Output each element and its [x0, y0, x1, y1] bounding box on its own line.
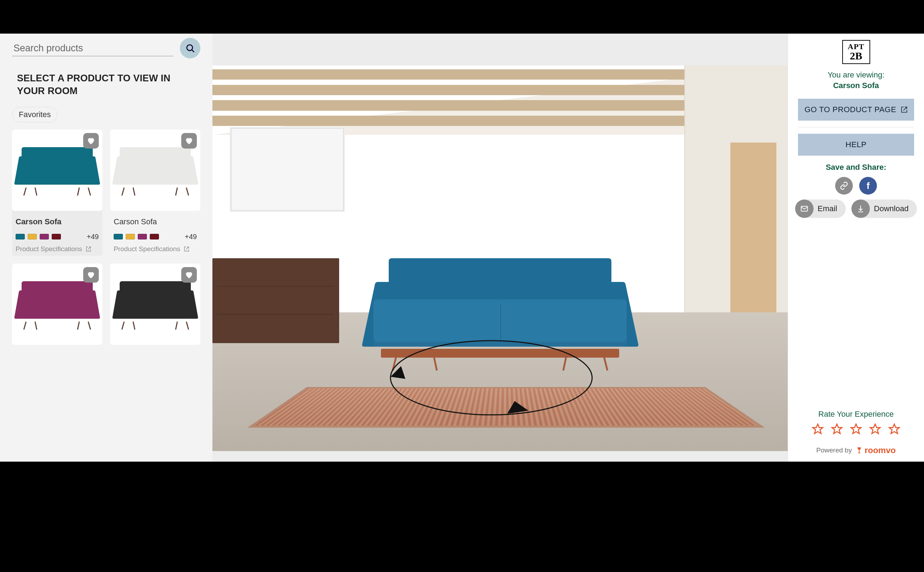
star-1[interactable]	[812, 423, 824, 436]
product-thumbnail[interactable]	[12, 264, 102, 345]
product-specifications-link[interactable]: Product Specifications	[110, 243, 200, 253]
color-swatch[interactable]	[126, 234, 135, 239]
roomvo-text: roomvo	[865, 445, 896, 455]
product-sidebar: SELECT A PRODUCT TO VIEW IN YOUR ROOM Fa…	[0, 34, 212, 462]
product-name: Carson Sofa	[110, 211, 200, 231]
powered-by: Powered by roomvo	[816, 445, 896, 455]
download-label: Download	[874, 204, 909, 213]
help-button[interactable]: HELP	[798, 134, 914, 155]
share-icons: f	[835, 177, 877, 194]
favorite-button[interactable]	[83, 267, 99, 283]
room-scene	[212, 65, 788, 451]
search-icon	[185, 43, 195, 53]
info-panel: APT 2B You are viewing: Carson Sofa GO T…	[788, 34, 924, 462]
go-to-product-page-label: GO TO PRODUCT PAGE	[804, 105, 896, 114]
external-link-icon	[86, 246, 91, 252]
facebook-icon: f	[866, 180, 870, 191]
product-thumbnail[interactable]	[12, 129, 102, 211]
color-swatch[interactable]	[52, 234, 61, 239]
roomvo-logo: roomvo	[855, 445, 896, 455]
color-swatch[interactable]	[16, 234, 25, 239]
product-card[interactable]: Carson Sofa+49Product Specifications	[110, 129, 200, 256]
favorites-chip[interactable]: Favorites	[12, 107, 58, 123]
share-title: Save and Share:	[826, 163, 886, 172]
download-icon	[856, 204, 865, 213]
svg-rect-12	[858, 452, 860, 453]
door	[730, 143, 776, 312]
color-swatch[interactable]	[150, 234, 159, 239]
spec-label: Product Specifications	[16, 245, 82, 253]
product-card[interactable]	[12, 264, 102, 348]
svg-marker-9	[870, 424, 880, 434]
go-to-product-page-button[interactable]: GO TO PRODUCT PAGE	[798, 99, 914, 121]
svg-marker-10	[889, 424, 899, 434]
email-button[interactable]: Email	[795, 199, 846, 218]
email-icon	[800, 204, 809, 213]
star-5[interactable]	[888, 423, 900, 436]
external-link-icon	[184, 246, 189, 252]
svg-line-1	[192, 50, 194, 52]
star-icon	[831, 423, 843, 435]
facebook-share-button[interactable]: f	[859, 177, 877, 194]
color-swatch[interactable]	[40, 234, 49, 239]
svg-marker-8	[851, 424, 861, 434]
star-icon	[850, 423, 862, 435]
star-3[interactable]	[850, 423, 862, 436]
more-swatches-count[interactable]: +49	[185, 233, 197, 241]
rate-title: Rate Your Experience	[818, 410, 894, 419]
color-swatch[interactable]	[138, 234, 147, 239]
star-2[interactable]	[831, 423, 843, 436]
svg-marker-6	[813, 424, 823, 434]
brand-logo-line2: 2B	[848, 51, 865, 61]
product-grid: Carson Sofa+49Product SpecificationsCars…	[12, 129, 200, 348]
heart-icon	[86, 270, 96, 280]
heart-icon	[86, 136, 96, 145]
star-icon	[869, 423, 881, 435]
help-label: HELP	[845, 140, 866, 149]
search-row	[12, 38, 200, 58]
color-swatch[interactable]	[114, 234, 123, 239]
email-label: Email	[818, 204, 837, 213]
viewing-product-name: Carson Sofa	[833, 81, 879, 90]
favorite-button[interactable]	[83, 133, 99, 149]
app-root: SELECT A PRODUCT TO VIEW IN YOUR ROOM Fa…	[0, 34, 924, 462]
search-input[interactable]	[12, 40, 173, 56]
link-icon	[840, 182, 848, 190]
swatch-row: +49	[110, 231, 200, 243]
more-swatches-count[interactable]: +49	[87, 233, 99, 241]
letterbox-top	[0, 0, 924, 34]
divider	[798, 127, 914, 127]
product-thumbnail[interactable]	[110, 129, 200, 211]
star-icon	[888, 423, 900, 435]
filters-row: Favorites	[12, 107, 200, 123]
product-name: Carson Sofa	[12, 211, 102, 231]
heart-icon	[184, 136, 194, 145]
powered-by-label: Powered by	[816, 446, 852, 454]
room-visualizer[interactable]	[212, 34, 788, 462]
external-link-icon	[901, 106, 908, 113]
product-card[interactable]	[110, 264, 200, 348]
spec-label: Product Specifications	[114, 245, 180, 253]
product-specifications-link[interactable]: Product Specifications	[12, 243, 102, 253]
svg-marker-7	[832, 424, 842, 434]
favorite-button[interactable]	[181, 133, 197, 149]
download-button[interactable]: Download	[851, 199, 917, 218]
product-card[interactable]: Carson Sofa+49Product Specifications	[12, 129, 102, 256]
star-4[interactable]	[869, 423, 881, 436]
sidebar-title: SELECT A PRODUCT TO VIEW IN YOUR ROOM	[17, 72, 195, 98]
brand-logo: APT 2B	[842, 40, 870, 64]
star-rating	[812, 423, 900, 436]
color-swatch[interactable]	[28, 234, 37, 239]
star-icon	[812, 423, 824, 435]
copy-link-button[interactable]	[835, 177, 853, 194]
brand-logo-line1: APT	[848, 43, 865, 51]
window	[230, 127, 345, 212]
favorite-button[interactable]	[181, 267, 197, 283]
product-thumbnail[interactable]	[110, 264, 200, 345]
search-button[interactable]	[180, 38, 200, 58]
viewing-label: You are viewing:	[828, 70, 885, 79]
svg-rect-11	[859, 449, 860, 452]
placed-sofa[interactable]	[374, 258, 626, 366]
heart-icon	[184, 270, 194, 280]
swatch-row: +49	[12, 231, 102, 243]
